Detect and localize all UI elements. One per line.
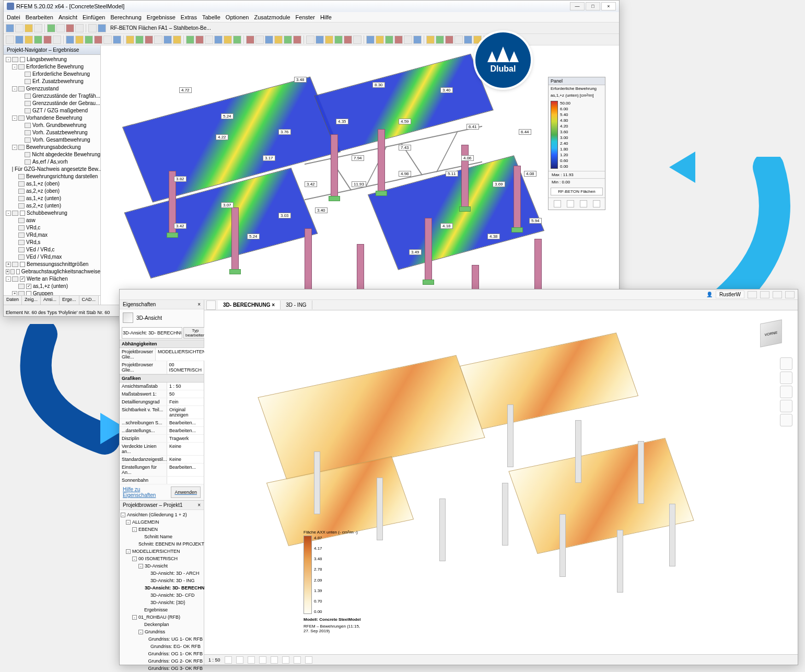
tool-icon[interactable] xyxy=(195,36,204,44)
navigator-tabs[interactable]: DatenZeig...Ansi...Erge...CAD... xyxy=(4,295,101,305)
tool-icon[interactable] xyxy=(205,36,213,44)
tool-icon[interactable] xyxy=(385,36,393,44)
browser-item[interactable]: Deckenplan xyxy=(121,621,203,628)
tool-icon[interactable] xyxy=(265,36,273,44)
property-row[interactable]: Sonnenbahn xyxy=(120,477,204,484)
tool-icon[interactable] xyxy=(94,36,102,44)
nav-tool-icon[interactable] xyxy=(780,400,792,412)
browser-item[interactable]: Grundriss: OG 2- OK RFB xyxy=(121,657,203,665)
menubar[interactable]: DateiBearbeitenAnsichtEinfügenBerechnung… xyxy=(4,12,619,22)
vc-icon[interactable] xyxy=(271,656,278,664)
property-row[interactable]: ...schreibungen S...Bearbeiten... xyxy=(120,419,204,427)
tool-icon[interactable] xyxy=(293,36,301,44)
property-row[interactable]: ...darstellungs...Bearbeiten... xyxy=(120,427,204,435)
expand-icon[interactable]: - xyxy=(138,564,143,569)
tool-icon[interactable] xyxy=(214,36,223,44)
props-section-header[interactable]: Abhängigkeiten xyxy=(120,340,204,348)
expand-icon[interactable]: - xyxy=(126,549,131,554)
tool-icon[interactable] xyxy=(15,36,24,44)
menu-item[interactable]: Ergebnisse xyxy=(147,14,176,20)
tree-item[interactable]: Bewehrungsrichtung darstellen xyxy=(6,173,100,180)
tool-icon[interactable] xyxy=(366,36,375,44)
close-icon[interactable]: × xyxy=(197,302,201,307)
home-icon[interactable] xyxy=(206,300,216,310)
expand-icon[interactable]: - xyxy=(132,527,137,532)
property-row[interactable]: DetaillierungsgradFein xyxy=(120,398,204,406)
browser-item[interactable]: Schnitt Name xyxy=(121,533,203,540)
tool-icon[interactable] xyxy=(135,36,144,44)
vc-icon[interactable] xyxy=(248,656,255,664)
tree-item[interactable]: asw xyxy=(6,217,100,224)
nav-tab[interactable]: Erge... xyxy=(60,296,79,305)
tree-item[interactable]: Grenzzustände der Tragfäh... xyxy=(6,92,100,100)
tool-icon[interactable] xyxy=(445,36,453,44)
tree-item[interactable]: -Vorhandene Bewehrung xyxy=(6,114,100,122)
browser-item[interactable]: Ergebnisse xyxy=(121,606,203,613)
navigation-bar[interactable] xyxy=(780,357,795,426)
tree-item[interactable]: as,2,+z (unten) xyxy=(6,202,100,210)
tree-item[interactable]: VRd,c xyxy=(6,224,100,231)
expand-icon[interactable]: - xyxy=(126,520,131,525)
tool-icon[interactable] xyxy=(274,36,283,44)
legend-tool-icon[interactable] xyxy=(567,200,574,207)
view-tabs[interactable]: 3D- BERECHNUNG × 3D - ING xyxy=(204,300,798,310)
tool-icon[interactable] xyxy=(85,36,93,44)
expand-icon[interactable]: + xyxy=(6,262,11,267)
tree-item[interactable]: -Bewehrungsabdeckung xyxy=(6,144,100,151)
view-tab-active[interactable]: 3D- BERECHNUNG × xyxy=(218,300,281,309)
tool-icon[interactable] xyxy=(47,24,55,32)
nav-tab[interactable]: Zeig... xyxy=(22,296,41,305)
property-row[interactable]: Standardanzeigestil...Keine xyxy=(120,456,204,464)
browser-item[interactable]: -Ansichten (Gliederung 1 + 2) xyxy=(121,511,203,518)
tool-icon[interactable] xyxy=(25,36,33,44)
tool-icon[interactable] xyxy=(404,36,412,44)
tool-icon[interactable] xyxy=(284,36,292,44)
browser-item[interactable]: Schnitt: EBENEN IM PROJEKT xyxy=(121,540,203,548)
browser-item[interactable]: -MODELLIERSICHTEN xyxy=(121,548,203,555)
tool-icon[interactable] xyxy=(66,24,74,32)
tree-item[interactable]: Erf. Zusatzbewehrung xyxy=(6,78,100,85)
tool-icon[interactable] xyxy=(25,24,33,32)
tree-item[interactable]: as,1,+z (oben) xyxy=(6,180,100,188)
props-section-header[interactable]: Grafiken xyxy=(120,374,204,383)
tree-item[interactable]: VEd / VRd,max xyxy=(6,253,100,261)
module-button[interactable]: RF-BETON Flächen xyxy=(551,188,603,195)
vc-icon[interactable] xyxy=(282,656,289,664)
vc-icon[interactable] xyxy=(236,656,243,664)
tool-icon[interactable] xyxy=(454,36,463,44)
tree-item[interactable]: +Gebrauchstauglichkeitsnachweise xyxy=(6,268,100,275)
tool-icon[interactable] xyxy=(98,24,106,32)
menu-item[interactable]: Bearbeiten xyxy=(26,14,53,20)
tool-icon[interactable] xyxy=(325,36,333,44)
tree-item[interactable]: Vorh. Gesamtbewehrung xyxy=(6,136,100,144)
model-viewport[interactable]: 4.723.488.303.405.243.764.354.596.416.44… xyxy=(101,45,619,305)
browser-item[interactable]: -ALLGEMEIN xyxy=(121,518,203,526)
legend-tool-icon[interactable] xyxy=(593,200,600,207)
browser-item[interactable]: -00 ISOMETRISCH xyxy=(121,555,203,562)
browser-item[interactable]: 3D-Ansicht: 3D- CFD xyxy=(121,592,203,599)
menu-item[interactable]: Fenster xyxy=(296,14,315,20)
property-row[interactable]: Sichtbarkeit v. Teil...Original anzeigen xyxy=(120,406,204,419)
tool-icon[interactable] xyxy=(413,36,422,44)
legend-tool-icon[interactable] xyxy=(554,200,561,207)
expand-icon[interactable]: - xyxy=(6,211,11,216)
menu-item[interactable]: Tabelle xyxy=(202,14,220,20)
tree-item[interactable]: as,1,+z (unten) xyxy=(6,195,100,202)
tool-icon[interactable] xyxy=(75,36,84,44)
toolbar-1[interactable]: RF-BETON Flächen FA1 – Stahlbeton-Be... xyxy=(4,22,619,34)
expand-icon[interactable]: - xyxy=(12,145,17,150)
close-icon[interactable]: × xyxy=(197,502,201,508)
checkbox[interactable] xyxy=(20,262,25,267)
maximize-button[interactable] xyxy=(773,291,782,298)
property-row[interactable]: Projektbrowser Glie...00 ISOMETRISCH xyxy=(120,361,204,374)
scale-label[interactable]: 1 : 50 xyxy=(208,657,220,663)
tool-icon[interactable] xyxy=(154,36,162,44)
tool-icon[interactable] xyxy=(246,36,254,44)
tool-icon[interactable] xyxy=(6,24,14,32)
browser-item[interactable]: Grundriss: OG 1- OK RFB xyxy=(121,650,203,657)
tree-item[interactable]: -Längsbewehrung xyxy=(6,56,100,63)
nav-tab[interactable]: Ansi... xyxy=(41,296,60,305)
tool-icon[interactable] xyxy=(6,36,14,44)
tool-icon[interactable] xyxy=(75,24,84,32)
browser-item[interactable]: -EBENEN xyxy=(121,526,203,533)
